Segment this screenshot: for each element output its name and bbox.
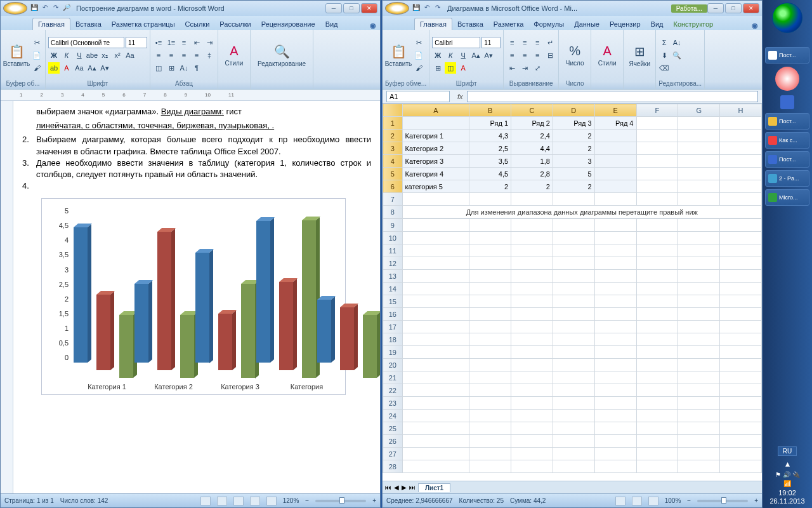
cell[interactable]	[402, 422, 469, 435]
cell[interactable]	[553, 244, 594, 257]
cell[interactable]	[678, 460, 720, 473]
minimize-button[interactable]: ─	[707, 3, 724, 13]
underline-button[interactable]: Ч	[74, 50, 85, 61]
cell[interactable]	[469, 308, 511, 321]
col-header[interactable]: B	[469, 104, 511, 117]
app-icon[interactable]	[780, 95, 794, 109]
view-outline[interactable]	[250, 497, 260, 505]
cell[interactable]	[511, 308, 553, 321]
cell[interactable]	[636, 142, 678, 155]
cell[interactable]: 4,4	[511, 142, 553, 155]
cell[interactable]: 2,4	[511, 130, 553, 142]
row-header[interactable]: 20	[383, 359, 403, 371]
col-header[interactable]: G	[678, 104, 720, 117]
cell[interactable]	[594, 460, 636, 473]
view-web[interactable]	[233, 497, 244, 505]
row-header[interactable]: 19	[383, 346, 403, 359]
start-button[interactable]	[772, 3, 802, 33]
cell[interactable]	[553, 448, 594, 460]
cell[interactable]: 4,5	[469, 168, 511, 180]
view-page-break[interactable]	[648, 497, 658, 505]
cut-icon[interactable]: ✂	[413, 37, 424, 48]
tab-home[interactable]: Главная	[32, 18, 70, 30]
row-header[interactable]: 13	[383, 270, 403, 283]
cell[interactable]	[594, 219, 636, 232]
cell[interactable]	[720, 333, 762, 346]
indent-left[interactable]: ⇤	[506, 62, 518, 74]
office-button[interactable]	[3, 2, 27, 15]
cell[interactable]	[402, 333, 469, 346]
cell[interactable]	[553, 308, 594, 321]
cell[interactable]	[553, 384, 594, 397]
cell[interactable]	[720, 130, 762, 142]
cell[interactable]	[511, 435, 553, 448]
cell[interactable]	[469, 346, 511, 359]
cell[interactable]	[678, 410, 720, 422]
cell[interactable]: 2	[511, 180, 553, 193]
cell[interactable]	[553, 257, 594, 270]
tab-nav-last[interactable]: ⏭	[409, 484, 416, 491]
show-hidden-icons[interactable]: ▴	[765, 458, 809, 469]
merge-center[interactable]: ⊟	[544, 50, 556, 61]
sort-button[interactable]: A↓	[178, 62, 190, 74]
tray-network-icon[interactable]: 📶	[783, 480, 791, 487]
cell[interactable]	[594, 180, 636, 193]
cell[interactable]	[678, 397, 720, 410]
cell[interactable]	[594, 257, 636, 270]
cell[interactable]	[553, 410, 594, 422]
subscript-button[interactable]: x₂	[99, 50, 110, 61]
cell[interactable]	[594, 448, 636, 460]
borders-button[interactable]: ⊞	[166, 62, 177, 74]
cell[interactable]	[678, 283, 720, 295]
cell[interactable]	[678, 257, 720, 270]
cell[interactable]: Категория 1	[402, 130, 469, 142]
cell[interactable]: 2,5	[469, 142, 511, 155]
cell[interactable]	[469, 422, 511, 435]
font-size-combo[interactable]: 11	[126, 37, 147, 48]
zoom-out-button[interactable]: −	[687, 497, 691, 504]
styles-button[interactable]: AСтили	[221, 31, 247, 79]
cell[interactable]	[720, 117, 762, 130]
cell[interactable]	[636, 244, 678, 257]
row-header[interactable]: 9	[383, 219, 403, 232]
editing-button[interactable]: 🔍Редактирование	[253, 31, 310, 79]
cell[interactable]	[553, 232, 594, 244]
cell[interactable]	[402, 371, 469, 384]
cell[interactable]	[402, 257, 469, 270]
vertical-ruler[interactable]	[1, 101, 13, 493]
tab-insert[interactable]: Вставка	[70, 18, 107, 30]
cell[interactable]	[511, 219, 553, 232]
cell[interactable]	[720, 244, 762, 257]
row-header[interactable]: 6	[383, 180, 403, 193]
row-header[interactable]: 22	[383, 384, 403, 397]
cell[interactable]	[594, 283, 636, 295]
cell[interactable]: 2,8	[511, 168, 553, 180]
cell[interactable]	[594, 130, 636, 142]
italic-button[interactable]: К	[61, 50, 72, 61]
cell[interactable]: 2	[553, 142, 594, 155]
cell[interactable]	[511, 384, 553, 397]
spreadsheet-grid[interactable]: A B C D E F G H 1 Ряд 1 Ряд 2 Ряд 3 Ряд …	[383, 104, 762, 218]
cell[interactable]	[678, 422, 720, 435]
tab-nav-prev[interactable]: ◀	[394, 484, 399, 491]
row-header[interactable]: 1	[383, 117, 403, 130]
cell[interactable]	[636, 397, 678, 410]
undo-icon[interactable]: ↶	[41, 4, 49, 13]
tab-review[interactable]: Рецензирование	[256, 18, 320, 30]
cell[interactable]	[402, 295, 469, 308]
align-bottom[interactable]: ≡	[532, 37, 543, 48]
cell[interactable]	[469, 270, 511, 283]
cell[interactable]	[553, 283, 594, 295]
cell[interactable]: Ряд 1	[469, 117, 511, 130]
indent-right-button[interactable]: ⇥	[204, 37, 215, 48]
cell[interactable]	[636, 422, 678, 435]
row-header[interactable]: 26	[383, 435, 403, 448]
taskbar-item[interactable]: Micro...	[765, 189, 809, 206]
cell[interactable]	[402, 384, 469, 397]
cell[interactable]: Категория 2	[402, 142, 469, 155]
cell[interactable]	[594, 422, 636, 435]
align-left[interactable]: ≡	[506, 50, 518, 61]
cell[interactable]	[678, 359, 720, 371]
cell[interactable]	[511, 257, 553, 270]
cell[interactable]	[594, 321, 636, 333]
